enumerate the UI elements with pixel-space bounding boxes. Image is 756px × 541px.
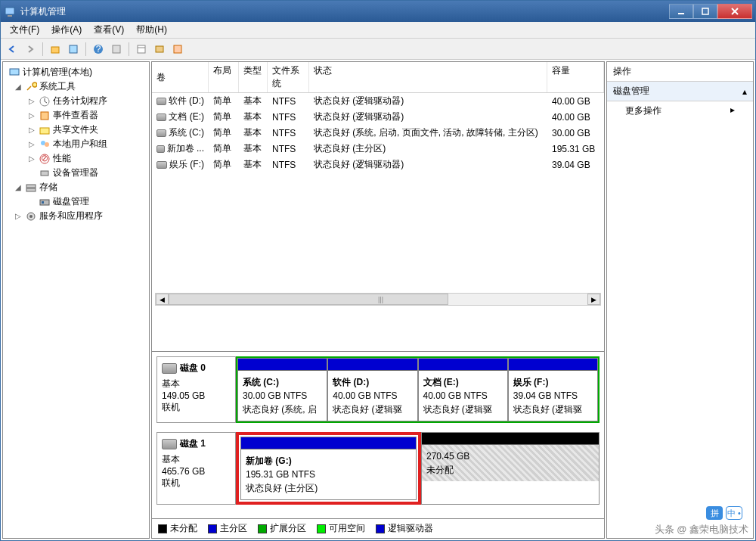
col-status[interactable]: 状态 [309, 62, 547, 92]
view-button[interactable] [108, 41, 125, 58]
watermark-icons: 拼 中 • [706, 506, 742, 520]
svg-rect-17 [41, 112, 48, 120]
svg-text:?: ? [96, 44, 101, 54]
svg-rect-24 [26, 185, 36, 188]
minimize-button[interactable] [669, 4, 693, 19]
toolbar: ? [1, 39, 755, 60]
unallocated-space[interactable]: 270.45 GB 未分配 [421, 432, 600, 505]
partition[interactable]: 软件 (D:)40.00 GB NTFS状态良好 (逻辑驱 [327, 358, 417, 421]
tree-local-users[interactable]: ▷本地用户和组 [3, 137, 149, 151]
actions-more[interactable]: 更多操作▸ [607, 101, 753, 120]
event-icon [39, 110, 51, 122]
tree-device-manager[interactable]: 设备管理器 [3, 166, 149, 180]
tree-task-scheduler[interactable]: ▷任务计划程序 [3, 94, 149, 108]
volume-list-header[interactable]: 卷 布局 类型 文件系统 状态 容量 [152, 62, 604, 93]
partition[interactable]: 文档 (E:)40.00 GB NTFS状态良好 (逻辑驱 [418, 358, 508, 421]
menubar: 文件(F) 操作(A) 查看(V) 帮助(H) [1, 22, 755, 39]
menu-file[interactable]: 文件(F) [4, 22, 45, 38]
volume-icon [156, 145, 165, 153]
volume-row[interactable]: 新加卷 ...简单基本NTFS状态良好 (主分区)195.31 GB [152, 141, 604, 157]
maximize-button[interactable] [693, 4, 717, 19]
disk-mgmt-icon [39, 196, 51, 208]
menu-action[interactable]: 操作(A) [45, 22, 88, 38]
volume-list[interactable]: 软件 (D:)简单基本NTFS状态良好 (逻辑驱动器)40.00 GB文档 (E… [152, 93, 604, 173]
disk0-row[interactable]: 磁盘 0 基本 149.05 GB 联机 系统 (C:)30.00 GB NTF… [156, 356, 600, 423]
storage-icon [25, 182, 37, 194]
volume-icon [156, 161, 167, 169]
menu-view[interactable]: 查看(V) [88, 22, 130, 38]
tool-icon-1[interactable] [133, 41, 150, 58]
help-button[interactable]: ? [90, 41, 107, 58]
disk0-partitions: 系统 (C:)30.00 GB NTFS状态良好 (系统, 启软件 (D:)40… [236, 356, 600, 423]
partition-g[interactable]: 新加卷 (G:) 195.31 GB NTFS 状态良好 (主分区) [240, 437, 417, 500]
partition[interactable]: 娱乐 (F:)39.04 GB NTFS状态良好 (逻辑驱 [508, 358, 598, 421]
legend-logical: 逻辑驱动器 [388, 522, 433, 535]
volume-icon [156, 98, 166, 105]
highlighted-partition: 新加卷 (G:) 195.31 GB NTFS 状态良好 (主分区) [236, 432, 421, 505]
partition[interactable]: 系统 (C:)30.00 GB NTFS状态良好 (系统, 启 [237, 358, 327, 421]
tools-icon [25, 81, 37, 93]
tree-event-viewer[interactable]: ▷事件查看器 [3, 108, 149, 123]
legend-free: 可用空间 [329, 522, 365, 535]
svg-rect-3 [702, 8, 708, 14]
tool-icon-2[interactable] [151, 41, 168, 58]
col-volume[interactable]: 卷 [152, 62, 209, 92]
volume-row[interactable]: 娱乐 (F:)简单基本NTFS状态良好 (逻辑驱动器)39.04 GB [152, 157, 604, 173]
svg-rect-7 [70, 45, 77, 53]
chevron-right-icon: ▸ [730, 104, 735, 117]
disk0-info: 磁盘 0 基本 149.05 GB 联机 [156, 356, 236, 423]
col-layout[interactable]: 布局 [209, 62, 239, 92]
properties-button[interactable] [65, 41, 82, 58]
tree-performance[interactable]: ▷⊘性能 [3, 151, 149, 166]
tree-system-tools[interactable]: ◢系统工具 [3, 79, 149, 94]
volume-row[interactable]: 系统 (C:)简单基本NTFS状态良好 (系统, 启动, 页面文件, 活动, 故… [152, 125, 604, 141]
scroll-thumb[interactable] [169, 294, 448, 305]
svg-rect-11 [138, 45, 145, 53]
col-capacity[interactable]: 容量 [547, 62, 604, 92]
forward-button[interactable] [22, 41, 39, 58]
tool-icon-3[interactable] [169, 41, 186, 58]
volume-row[interactable]: 文档 (E:)简单基本NTFS状态良好 (逻辑驱动器)40.00 GB [152, 109, 604, 125]
services-icon [25, 210, 37, 222]
volume-icon [156, 113, 166, 121]
device-icon [39, 167, 51, 179]
back-button[interactable] [4, 41, 20, 58]
titlebar: 计算机管理 [1, 1, 755, 22]
svg-text:⊘: ⊘ [41, 153, 48, 163]
folder-icon [39, 124, 51, 136]
disk1-info: 磁盘 1 基本 465.76 GB 联机 [156, 432, 236, 505]
tree-pane[interactable]: 计算机管理(本地) ◢系统工具 ▷任务计划程序 ▷事件查看器 ▷共享文件夹 ▷本… [2, 61, 150, 539]
tree-shared-folders[interactable]: ▷共享文件夹 [3, 123, 149, 137]
menu-help[interactable]: 帮助(H) [130, 22, 173, 38]
disk-graph-area: 磁盘 0 基本 149.05 GB 联机 系统 (C:)30.00 GB NTF… [152, 351, 604, 518]
svg-rect-26 [40, 200, 49, 205]
svg-rect-25 [26, 188, 36, 191]
svg-rect-13 [156, 46, 163, 52]
users-icon [39, 138, 51, 151]
scroll-left-button[interactable]: ◀ [156, 294, 169, 305]
svg-point-20 [45, 142, 49, 147]
tree-root[interactable]: 计算机管理(本地) [3, 65, 149, 79]
tree-disk-management[interactable]: 磁盘管理 [3, 194, 149, 209]
window-title: 计算机管理 [20, 5, 669, 18]
collapse-icon: ▴ [742, 86, 747, 97]
tree-storage[interactable]: ◢存储 [3, 180, 149, 194]
disk1-row[interactable]: 磁盘 1 基本 465.76 GB 联机 新加卷 (G:) 195.31 GB … [156, 432, 600, 505]
computer-icon [8, 67, 20, 79]
close-button[interactable] [717, 4, 752, 19]
actions-disk-management[interactable]: 磁盘管理▴ [607, 82, 753, 101]
volume-row[interactable]: 软件 (D:)简单基本NTFS状态良好 (逻辑驱动器)40.00 GB [152, 93, 604, 109]
col-filesystem[interactable]: 文件系统 [268, 62, 309, 92]
svg-rect-15 [10, 69, 19, 75]
horizontal-scrollbar[interactable]: ◀ ||| ▶ [155, 293, 601, 306]
legend: 未分配 主分区 扩展分区 可用空间 逻辑驱动器 [152, 518, 604, 538]
tree-services[interactable]: ▷服务和应用程序 [3, 209, 149, 223]
col-type[interactable]: 类型 [239, 62, 268, 92]
legend-primary: 主分区 [220, 522, 247, 535]
perf-icon: ⊘ [39, 153, 51, 165]
up-button[interactable] [47, 41, 64, 58]
svg-rect-14 [174, 45, 181, 53]
scroll-right-button[interactable]: ▶ [587, 294, 600, 305]
volume-icon [156, 129, 166, 137]
disk-icon [162, 363, 177, 374]
